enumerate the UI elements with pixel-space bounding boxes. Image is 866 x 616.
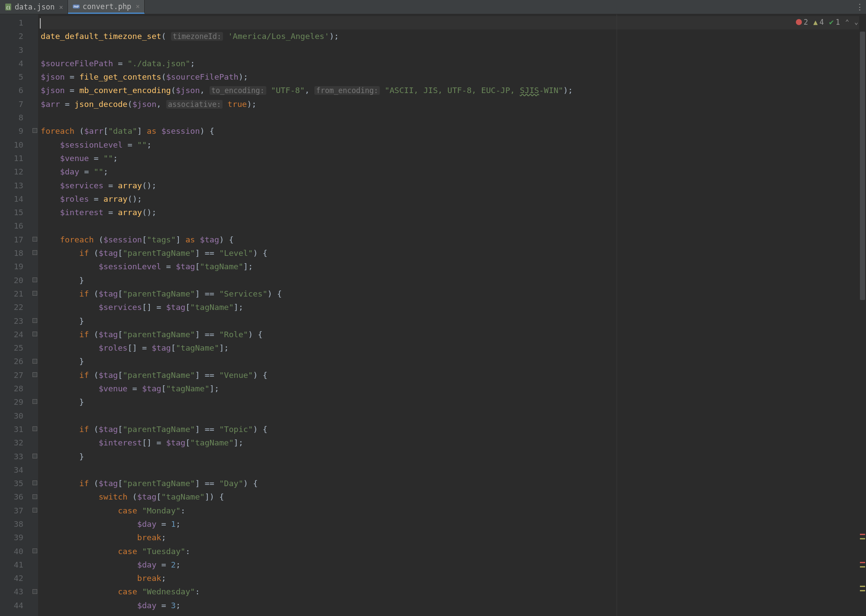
code-line[interactable]: $sourceFilePath = "./data.json"; (41, 57, 866, 70)
code-line[interactable]: if ($tag["parentTagName"] == "Venue") { (41, 368, 866, 382)
code-line[interactable]: $venue = ""; (41, 152, 866, 165)
fold-toggle[interactable] (32, 359, 37, 364)
tab-convert-php[interactable]: PHP convert.php × (68, 0, 145, 14)
check-icon: ✔ (829, 17, 834, 26)
fold-toggle[interactable] (32, 332, 37, 336)
code-line[interactable]: $arr = json_decode($json, associative: t… (41, 97, 866, 111)
fold-toggle[interactable] (32, 494, 37, 499)
stripe-warn-mark[interactable] (860, 590, 865, 591)
code-line[interactable]: case "Tuesday": (41, 545, 866, 558)
tab-data-json[interactable]: {} data.json × (0, 0, 68, 14)
code-line[interactable]: if ($tag["parentTagName"] == "Level") { (41, 246, 866, 260)
code-line[interactable]: } (41, 395, 866, 409)
close-icon[interactable]: × (136, 2, 140, 10)
warning-icon: ▲ (813, 18, 818, 26)
code-line[interactable]: $venue = $tag["tagName"]; (41, 382, 866, 395)
code-line[interactable]: date_default_timezone_set( timezoneId: '… (41, 29, 866, 43)
code-line[interactable]: } (41, 314, 866, 328)
code-line[interactable]: $day = 1; (41, 517, 866, 531)
code-line[interactable] (41, 409, 866, 422)
code-line[interactable]: case "Monday": (41, 504, 866, 517)
code-line[interactable]: case "Wednesday": (41, 585, 866, 598)
code-line[interactable]: $sessionLevel = ""; (41, 138, 866, 152)
code-line[interactable]: $day = 2; (41, 558, 866, 571)
code-line[interactable]: if ($tag["parentTagName"] == "Topic") { (41, 422, 866, 436)
code-line[interactable]: $json = file_get_contents($sourceFilePat… (41, 70, 866, 84)
editor: 1234567891011121314151617181920212223242… (0, 14, 866, 616)
fold-toggle[interactable] (32, 399, 37, 404)
fold-toggle[interactable] (32, 291, 37, 296)
fold-toggle[interactable] (32, 548, 37, 553)
fold-toggle[interactable] (32, 589, 37, 594)
stripe-error-mark[interactable] (860, 534, 865, 535)
inspection-widget[interactable]: 2 ▲4 ✔1 ⌃ ⌄ (796, 17, 858, 26)
fold-toggle[interactable] (32, 426, 37, 431)
error-stripe[interactable] (859, 14, 866, 616)
code-line[interactable] (41, 463, 866, 477)
code-line[interactable]: break; (41, 571, 866, 585)
close-icon[interactable]: × (59, 3, 63, 11)
svg-text:{}: {} (6, 6, 11, 10)
json-file-icon: {} (4, 3, 12, 11)
code-line[interactable]: $json = mb_convert_encoding($json, to_en… (41, 84, 866, 97)
php-file-icon: PHP (72, 3, 80, 10)
fold-toggle[interactable] (32, 372, 37, 377)
stripe-error-mark[interactable] (860, 562, 865, 563)
fold-toggle[interactable] (32, 250, 37, 255)
error-count[interactable]: 2 (796, 18, 808, 26)
code-line[interactable]: $day = 3; (41, 599, 866, 612)
fold-gutter (32, 14, 38, 616)
code-line[interactable] (41, 16, 866, 29)
code-line[interactable]: } (41, 450, 866, 463)
prev-highlight[interactable]: ⌃ (845, 18, 849, 26)
tab-label: convert.php (83, 2, 132, 11)
stripe-warn-mark[interactable] (860, 538, 865, 539)
next-highlight[interactable]: ⌄ (854, 18, 858, 26)
code-line[interactable] (41, 111, 866, 124)
code-line[interactable]: switch ($tag["tagName"]) { (41, 490, 866, 503)
code-line[interactable]: if ($tag["parentTagName"] == "Services")… (41, 287, 866, 300)
code-line[interactable]: foreach ($session["tags"] as $tag) { (41, 233, 866, 246)
code-line[interactable]: if ($tag["parentTagName"] == "Role") { (41, 328, 866, 341)
code-line[interactable]: $roles[] = $tag["tagName"]; (41, 341, 866, 355)
code-line[interactable]: $interest[] = $tag["tagName"]; (41, 436, 866, 449)
error-icon (796, 19, 802, 25)
fold-toggle[interactable] (32, 508, 37, 513)
stripe-warn-mark[interactable] (860, 586, 865, 587)
fold-toggle[interactable] (32, 128, 37, 133)
code-line[interactable]: $interest = array(); (41, 206, 866, 219)
line-number-gutter: 1234567891011121314151617181920212223242… (0, 14, 32, 616)
code-line[interactable]: foreach ($arr["data"] as $session) { (41, 124, 866, 138)
tab-bar: {} data.json × PHP convert.php × ⋮ (0, 0, 866, 14)
code-line[interactable]: $services = array(); (41, 179, 866, 192)
scrollbar-thumb[interactable] (860, 32, 865, 300)
tab-overflow-menu[interactable]: ⋮ (853, 0, 866, 14)
code-line[interactable]: $services[] = $tag["tagName"]; (41, 300, 866, 314)
ok-count[interactable]: ✔1 (829, 17, 840, 26)
fold-toggle[interactable] (32, 454, 37, 458)
code-line[interactable]: } (41, 274, 866, 287)
fold-toggle[interactable] (32, 237, 37, 242)
right-margin-guide (617, 14, 617, 616)
code-line[interactable]: } (41, 355, 866, 368)
tab-label: data.json (15, 3, 55, 11)
fold-toggle[interactable] (32, 481, 37, 485)
code-line[interactable] (41, 43, 866, 57)
code-line[interactable]: if ($tag["parentTagName"] == "Day") { (41, 477, 866, 490)
fold-toggle[interactable] (32, 318, 37, 323)
code-line[interactable] (41, 219, 866, 232)
code-line[interactable]: break; (41, 531, 866, 544)
code-area[interactable]: date_default_timezone_set( timezoneId: '… (38, 14, 866, 616)
stripe-warn-mark[interactable] (860, 566, 865, 568)
fold-toggle[interactable] (32, 277, 37, 282)
svg-text:PHP: PHP (74, 5, 79, 8)
code-line[interactable]: $roles = array(); (41, 192, 866, 206)
code-line[interactable]: $day = ""; (41, 165, 866, 178)
warning-count[interactable]: ▲4 (813, 18, 824, 26)
code-line[interactable]: $sessionLevel = $tag["tagName"]; (41, 260, 866, 273)
